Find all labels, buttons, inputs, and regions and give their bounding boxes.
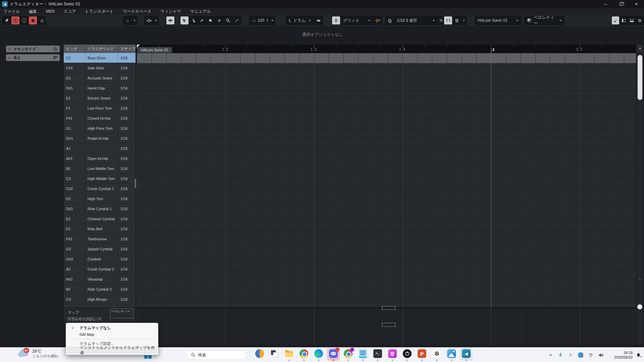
drum-row-A1[interactable]: A11/16 [64, 143, 136, 154]
drum-row-Ds1[interactable]: D#1Hand Clap1/16 [64, 83, 136, 93]
snap-type-dropdown[interactable]: グリッド ▼ [341, 16, 373, 24]
menu-item-1[interactable]: 編集 [29, 9, 37, 14]
drum-row-C2[interactable]: C2High Middle Tom1/16 [64, 174, 136, 184]
context-menu-item-0[interactable]: ✓ドラムマップなし [67, 325, 157, 331]
taskbar-app-obs-icon[interactable] [402, 349, 412, 361]
taskbar-app-discord-icon[interactable] [329, 349, 338, 361]
menu-item-0[interactable]: ファイル [3, 9, 20, 14]
drum-row-D1[interactable]: D1Acoustic Snare1/16 [64, 73, 136, 83]
spinner-icon[interactable]: ▲▼ [266, 19, 268, 22]
layers-dropdown-caret[interactable]: ▼ [462, 16, 466, 24]
quantize-preset-dropdown[interactable]: 1/16 3 連符 ▼ [394, 16, 437, 24]
header-pitch[interactable]: ピッチ [64, 45, 85, 53]
taskbar-app-desktops-icon[interactable] [270, 349, 279, 361]
drum-row-Fs2[interactable]: F#2Tambourine1/16 [64, 234, 136, 244]
record-in-editor-button[interactable] [29, 16, 37, 24]
drum-row-G2[interactable]: G2Splash Cymbal1/16 [64, 244, 136, 254]
relative-grid-icon[interactable]: -|+ [374, 16, 382, 24]
clock[interactable]: 18:18 2025/09/23 [606, 350, 633, 360]
lower-zone-toggle-icon[interactable] [628, 16, 635, 24]
setup-window-layout-button[interactable]: ⌂ [123, 16, 131, 24]
context-menu-item-1[interactable]: GM Map [67, 331, 157, 338]
object-selection-tool[interactable] [180, 16, 189, 24]
layers-icon[interactable] [453, 16, 461, 24]
solo-button[interactable]: S [11, 16, 19, 24]
header-drumsound[interactable]: ドラムサウンド [85, 45, 118, 53]
drum-row-Cs2[interactable]: C#2Crash Cymbal 11/16 [64, 184, 136, 194]
note-grid[interactable] [137, 53, 636, 308]
setup-toolbar-gear-icon[interactable] [636, 16, 643, 24]
drum-row-B2[interactable]: B2Ride Cymbal 21/16 [64, 284, 136, 294]
drum-row-As2[interactable]: A#2Vibraslap1/16 [64, 274, 136, 284]
drum-row-D2[interactable]: D2High Tom1/16 [64, 194, 136, 204]
taskbar-app-edge-icon[interactable] [314, 349, 323, 361]
context-menu-item-4[interactable]: インストゥルメントからドラムマップを作成 [67, 347, 157, 353]
speaker-icon[interactable] [166, 16, 174, 24]
left-zone-toggle-icon[interactable] [620, 16, 627, 24]
lane-divider-knob[interactable] [637, 304, 642, 309]
close-button[interactable]: ✕ [629, 0, 644, 8]
drum-row-Fs1[interactable]: F#1Closed Hi-Hat1/16 [64, 113, 136, 123]
drum-row-C3[interactable]: C3High Bongo1/16 [64, 294, 136, 304]
weather-widget[interactable]: 9+ 28°C くもりのち晴れ [17, 349, 59, 359]
event-colors-dropdown[interactable]: ベロシティー ▼ [525, 16, 564, 24]
drum-row-F1[interactable]: F1Low Floor Tom1/16 [64, 103, 136, 113]
autoscroll-dropdown-caret[interactable]: ▼ [154, 16, 158, 24]
taskbar-app-notepad-icon[interactable] [358, 349, 368, 361]
search-box[interactable]: 検索 [186, 350, 246, 360]
user-app-icon[interactable] [576, 352, 586, 358]
drumstick-tool[interactable] [189, 16, 197, 24]
scrollbar-thumb[interactable] [638, 55, 642, 100]
drum-row-C1[interactable]: C1Bass Drum1/16 [64, 53, 136, 63]
solo-follow-button[interactable]: 1 [20, 16, 28, 24]
drum-row-E2[interactable]: E2Chinese Cymbal1/16 [64, 214, 136, 224]
taskbar-app-stack-icon[interactable] [388, 349, 397, 361]
open-in-lower-zone-icon[interactable]: ↙ [612, 16, 619, 24]
list-splitter-handle[interactable] [135, 179, 136, 188]
ruler-options-caret[interactable]: ▼ [637, 45, 643, 53]
track-dropdown[interactable]: HALion Sonic 01 ▼ [475, 16, 521, 24]
drum-map-dropdown[interactable]: ドラムマップなし ▼ [66, 316, 103, 322]
layout-dropdown-caret[interactable]: ▼ [132, 16, 137, 24]
chevron-down-icon[interactable]: ⌄ [638, 277, 642, 280]
menu-item-4[interactable]: トランスポート [85, 9, 114, 14]
part-borders-icon[interactable] [444, 16, 452, 24]
quantize-q-icon[interactable]: Q [386, 16, 394, 24]
wifi-icon[interactable] [586, 353, 596, 358]
taskbar-app-explorer-icon[interactable] [284, 349, 294, 361]
drum-row-Gs1[interactable]: G#1Pedal Hi-Hat1/16 [64, 133, 136, 143]
drum-row-Ds2[interactable]: D#2Ride Cymbal 11/16 [64, 204, 136, 214]
taskbar-app-terminal-icon[interactable]: >_ [373, 349, 382, 361]
diamonds-icon[interactable]: ◆◆ [314, 16, 322, 24]
acoustic-feedback-button[interactable] [38, 16, 46, 24]
header-snap[interactable]: スナップ [118, 45, 136, 53]
drum-row-Gs2[interactable]: G#2Cowbell1/16 [64, 254, 136, 264]
draw-tool[interactable] [198, 16, 206, 24]
autoscroll-button[interactable] [145, 16, 153, 24]
delete-tool[interactable]: ✕ [215, 16, 223, 24]
menu-item-6[interactable]: ウィンドウ [160, 9, 181, 14]
menu-item-3[interactable]: スコア [63, 9, 76, 14]
vertical-scrollbar[interactable]: ⌄ [637, 54, 643, 345]
taskbar-app-cubase-icon[interactable]: ◀ [462, 349, 471, 361]
drum-row-A2[interactable]: A2Crash Cymbal 21/16 [64, 264, 136, 274]
volume-icon[interactable] [596, 353, 606, 358]
menu-item-2[interactable]: MIDI [46, 9, 54, 14]
zoom-tool[interactable] [224, 16, 232, 24]
minimize-button[interactable]: — [598, 0, 613, 8]
length-quantize-dropdown[interactable]: L ドラム. ▼ [286, 16, 314, 24]
taskbar-app-chrome-alt-icon[interactable] [343, 349, 353, 361]
person-icon[interactable] [566, 353, 576, 357]
velocity-dropdown-caret[interactable]: ▼ [270, 16, 275, 24]
taskbar-app-photos-icon[interactable] [447, 349, 456, 361]
inspector-section-quantize[interactable]: ► クオンタイズ Q [6, 46, 60, 52]
taskbar-app-powerpoint-icon[interactable]: P [417, 349, 427, 361]
menu-item-5[interactable]: ワークスペース [123, 9, 151, 14]
taskbar-app-chatgpt-icon[interactable] [432, 349, 441, 361]
drum-row-Cs3[interactable]: C#3Low Bongo1/16 [64, 304, 136, 308]
restore-button[interactable] [613, 0, 629, 8]
pin-icon[interactable] [3, 16, 11, 24]
menu-item-7[interactable]: マニュアル [190, 9, 211, 14]
controller-lane-selector[interactable]: ベロシティー [110, 308, 133, 318]
drum-row-As1[interactable]: A#1Open Hi-Hat1/16 [64, 154, 136, 164]
